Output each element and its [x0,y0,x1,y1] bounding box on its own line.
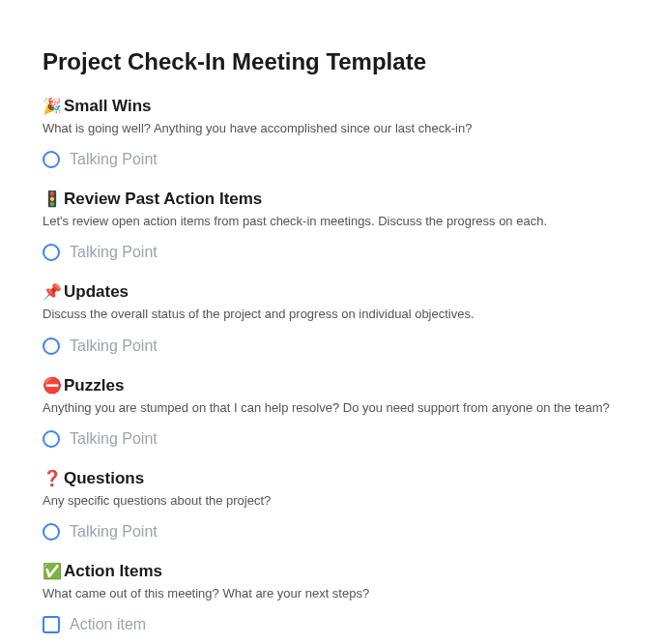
radio-icon[interactable] [43,523,60,541]
section-title: Review Past Action Items [64,190,262,209]
item-row[interactable]: Talking Point [43,149,618,170]
section-description: Let's review open action items from past… [43,213,618,230]
section-description: What came out of this meeting? What are … [43,585,618,602]
section-header: ❓ Questions [43,469,618,488]
section-title: Updates [64,282,129,302]
item-placeholder[interactable]: Talking Point [70,151,158,168]
page-title: Project Check-In Meeting Template [43,48,618,75]
section: ✅ Action ItemsWhat came out of this meet… [43,562,618,635]
item-placeholder[interactable]: Action item [70,616,146,633]
section-header: 📌 Updates [43,282,618,302]
section-title: Puzzles [64,376,124,395]
item-row[interactable]: Action item [43,614,618,635]
section-title: Questions [64,469,144,488]
section-header: ✅ Action Items [43,562,618,581]
section: 🚦 Review Past Action ItemsLet's review o… [43,190,618,263]
section-description: Any specific questions about the project… [43,492,618,510]
section-header: 🚦 Review Past Action Items [43,190,618,209]
item-placeholder[interactable]: Talking Point [70,523,158,541]
section-description: Discuss the overall status of the projec… [43,306,618,323]
radio-icon[interactable] [43,337,60,355]
section-description: What is going well? Anything you have ac… [43,120,618,137]
section-emoji-icon: ⛔ [43,378,62,394]
item-row[interactable]: Talking Point [43,336,618,357]
section-emoji-icon: 🚦 [43,191,62,207]
section-title: Small Wins [64,97,152,116]
section-header: 🎉 Small Wins [43,97,618,116]
checkbox-icon[interactable] [43,616,60,633]
item-row[interactable]: Talking Point [43,521,618,542]
section-emoji-icon: 📌 [43,284,62,300]
section: ⛔ PuzzlesAnything you are stumped on tha… [43,376,618,450]
section-emoji-icon: ✅ [43,564,62,579]
section-emoji-icon: ❓ [43,471,62,486]
item-placeholder[interactable]: Talking Point [70,430,158,448]
item-row[interactable]: Talking Point [43,428,618,450]
radio-icon[interactable] [43,151,60,168]
section-description: Anything you are stumped on that I can h… [43,399,618,417]
item-placeholder[interactable]: Talking Point [70,337,158,355]
section-title: Action Items [64,562,162,581]
section-header: ⛔ Puzzles [43,376,618,395]
section: 🎉 Small WinsWhat is going well? Anything… [43,97,618,170]
section: 📌 UpdatesDiscuss the overall status of t… [43,282,618,356]
item-placeholder[interactable]: Talking Point [70,244,158,261]
radio-icon[interactable] [43,430,60,448]
section-emoji-icon: 🎉 [43,99,62,114]
radio-icon[interactable] [43,244,60,261]
item-row[interactable]: Talking Point [43,242,618,263]
section: ❓ QuestionsAny specific questions about … [43,469,618,542]
